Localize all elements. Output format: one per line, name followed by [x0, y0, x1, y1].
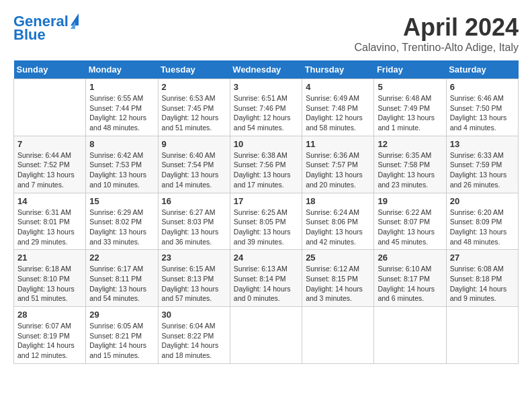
- calendar-cell: [446, 307, 518, 364]
- cell-info: Sunrise: 6:46 AM Sunset: 7:50 PM Dayligh…: [450, 93, 515, 133]
- cell-info: Sunrise: 6:51 AM Sunset: 7:46 PM Dayligh…: [234, 93, 298, 133]
- calendar-table: SundayMondayTuesdayWednesdayThursdayFrid…: [13, 60, 519, 364]
- calendar-week-row: 21Sunrise: 6:18 AM Sunset: 8:10 PM Dayli…: [14, 250, 519, 307]
- day-number: 10: [234, 139, 298, 149]
- cell-info: Sunrise: 6:17 AM Sunset: 8:11 PM Dayligh…: [89, 264, 154, 304]
- calendar-week-row: 1Sunrise: 6:55 AM Sunset: 7:44 PM Daylig…: [14, 79, 519, 136]
- cell-info: Sunrise: 6:55 AM Sunset: 7:44 PM Dayligh…: [89, 93, 154, 133]
- page-header: General Blue April 2024 Calavino, Trenti…: [13, 13, 519, 54]
- header-monday: Monday: [86, 60, 158, 79]
- day-number: 14: [17, 196, 82, 206]
- cell-info: Sunrise: 6:27 AM Sunset: 8:03 PM Dayligh…: [162, 208, 226, 247]
- day-number: 6: [450, 82, 515, 92]
- calendar-cell: 21Sunrise: 6:18 AM Sunset: 8:10 PM Dayli…: [14, 250, 86, 307]
- cell-info: Sunrise: 6:24 AM Sunset: 8:06 PM Dayligh…: [306, 208, 370, 247]
- calendar-cell: 19Sunrise: 6:22 AM Sunset: 8:07 PM Dayli…: [374, 193, 446, 250]
- calendar-cell: 10Sunrise: 6:38 AM Sunset: 7:56 PM Dayli…: [230, 136, 302, 193]
- calendar-cell: 23Sunrise: 6:15 AM Sunset: 8:13 PM Dayli…: [158, 250, 230, 307]
- calendar-cell: [374, 307, 446, 364]
- day-number: 3: [234, 82, 298, 92]
- calendar-cell: 15Sunrise: 6:29 AM Sunset: 8:02 PM Dayli…: [86, 193, 158, 250]
- header-tuesday: Tuesday: [158, 60, 230, 79]
- calendar-header-row: SundayMondayTuesdayWednesdayThursdayFrid…: [14, 60, 519, 79]
- cell-info: Sunrise: 6:18 AM Sunset: 8:10 PM Dayligh…: [17, 264, 82, 304]
- calendar-cell: 7Sunrise: 6:44 AM Sunset: 7:52 PM Daylig…: [14, 136, 86, 193]
- header-sunday: Sunday: [14, 60, 86, 79]
- cell-info: Sunrise: 6:20 AM Sunset: 8:09 PM Dayligh…: [450, 208, 515, 247]
- cell-info: Sunrise: 6:49 AM Sunset: 7:48 PM Dayligh…: [306, 93, 370, 133]
- cell-info: Sunrise: 6:36 AM Sunset: 7:57 PM Dayligh…: [306, 150, 370, 190]
- calendar-week-row: 28Sunrise: 6:07 AM Sunset: 8:19 PM Dayli…: [14, 307, 519, 364]
- calendar-cell: 4Sunrise: 6:49 AM Sunset: 7:48 PM Daylig…: [302, 79, 374, 136]
- cell-info: Sunrise: 6:04 AM Sunset: 8:22 PM Dayligh…: [162, 321, 226, 361]
- cell-info: Sunrise: 6:07 AM Sunset: 8:19 PM Dayligh…: [17, 321, 82, 361]
- day-number: 21: [17, 253, 82, 263]
- day-number: 30: [162, 310, 226, 320]
- calendar-cell: 12Sunrise: 6:35 AM Sunset: 7:58 PM Dayli…: [374, 136, 446, 193]
- calendar-cell: 30Sunrise: 6:04 AM Sunset: 8:22 PM Dayli…: [158, 307, 230, 364]
- day-number: 8: [89, 139, 154, 149]
- calendar-cell: 29Sunrise: 6:05 AM Sunset: 8:21 PM Dayli…: [86, 307, 158, 364]
- calendar-cell: 9Sunrise: 6:40 AM Sunset: 7:54 PM Daylig…: [158, 136, 230, 193]
- header-wednesday: Wednesday: [230, 60, 302, 79]
- calendar-cell: 25Sunrise: 6:12 AM Sunset: 8:15 PM Dayli…: [302, 250, 374, 307]
- cell-info: Sunrise: 6:40 AM Sunset: 7:54 PM Dayligh…: [162, 150, 226, 190]
- main-title: April 2024: [354, 13, 519, 42]
- cell-info: Sunrise: 6:15 AM Sunset: 8:13 PM Dayligh…: [162, 264, 226, 304]
- cell-info: Sunrise: 6:22 AM Sunset: 8:07 PM Dayligh…: [378, 208, 442, 247]
- logo: General Blue: [13, 13, 79, 43]
- calendar-cell: 6Sunrise: 6:46 AM Sunset: 7:50 PM Daylig…: [446, 79, 518, 136]
- day-number: 25: [306, 253, 370, 263]
- calendar-cell: 26Sunrise: 6:10 AM Sunset: 8:17 PM Dayli…: [374, 250, 446, 307]
- cell-info: Sunrise: 6:33 AM Sunset: 7:59 PM Dayligh…: [450, 150, 515, 190]
- cell-info: Sunrise: 6:25 AM Sunset: 8:05 PM Dayligh…: [234, 208, 298, 247]
- calendar-cell: 3Sunrise: 6:51 AM Sunset: 7:46 PM Daylig…: [230, 79, 302, 136]
- header-saturday: Saturday: [446, 60, 518, 79]
- title-block: April 2024 Calavino, Trentino-Alto Adige…: [354, 13, 519, 54]
- calendar-week-row: 7Sunrise: 6:44 AM Sunset: 7:52 PM Daylig…: [14, 136, 519, 193]
- day-number: 13: [450, 139, 515, 149]
- header-thursday: Thursday: [302, 60, 374, 79]
- calendar-cell: 20Sunrise: 6:20 AM Sunset: 8:09 PM Dayli…: [446, 193, 518, 250]
- cell-info: Sunrise: 6:38 AM Sunset: 7:56 PM Dayligh…: [234, 150, 298, 190]
- cell-info: Sunrise: 6:53 AM Sunset: 7:45 PM Dayligh…: [162, 93, 226, 133]
- day-number: 18: [306, 196, 370, 206]
- day-number: 17: [234, 196, 298, 206]
- day-number: 7: [17, 139, 82, 149]
- calendar-cell: 14Sunrise: 6:31 AM Sunset: 8:01 PM Dayli…: [14, 193, 86, 250]
- day-number: 23: [162, 253, 226, 263]
- day-number: 5: [378, 82, 442, 92]
- calendar-cell: 22Sunrise: 6:17 AM Sunset: 8:11 PM Dayli…: [86, 250, 158, 307]
- cell-info: Sunrise: 6:29 AM Sunset: 8:02 PM Dayligh…: [89, 208, 154, 247]
- day-number: 27: [450, 253, 515, 263]
- day-number: 9: [162, 139, 226, 149]
- cell-info: Sunrise: 6:35 AM Sunset: 7:58 PM Dayligh…: [378, 150, 442, 190]
- day-number: 19: [378, 196, 442, 206]
- logo-text-blue: Blue: [13, 27, 46, 43]
- calendar-cell: 13Sunrise: 6:33 AM Sunset: 7:59 PM Dayli…: [446, 136, 518, 193]
- day-number: 4: [306, 82, 370, 92]
- day-number: 22: [89, 253, 154, 263]
- cell-info: Sunrise: 6:12 AM Sunset: 8:15 PM Dayligh…: [306, 264, 370, 304]
- calendar-cell: 2Sunrise: 6:53 AM Sunset: 7:45 PM Daylig…: [158, 79, 230, 136]
- day-number: 11: [306, 139, 370, 149]
- day-number: 12: [378, 139, 442, 149]
- cell-info: Sunrise: 6:31 AM Sunset: 8:01 PM Dayligh…: [17, 208, 82, 247]
- calendar-cell: 16Sunrise: 6:27 AM Sunset: 8:03 PM Dayli…: [158, 193, 230, 250]
- cell-info: Sunrise: 6:10 AM Sunset: 8:17 PM Dayligh…: [378, 264, 442, 304]
- calendar-cell: 17Sunrise: 6:25 AM Sunset: 8:05 PM Dayli…: [230, 193, 302, 250]
- calendar-cell: 27Sunrise: 6:08 AM Sunset: 8:18 PM Dayli…: [446, 250, 518, 307]
- calendar-cell: 28Sunrise: 6:07 AM Sunset: 8:19 PM Dayli…: [14, 307, 86, 364]
- calendar-cell: 1Sunrise: 6:55 AM Sunset: 7:44 PM Daylig…: [86, 79, 158, 136]
- calendar-cell: [14, 79, 86, 136]
- day-number: 26: [378, 253, 442, 263]
- cell-info: Sunrise: 6:44 AM Sunset: 7:52 PM Dayligh…: [17, 150, 82, 190]
- cell-info: Sunrise: 6:42 AM Sunset: 7:53 PM Dayligh…: [89, 150, 154, 190]
- day-number: 15: [89, 196, 154, 206]
- day-number: 2: [162, 82, 226, 92]
- calendar-cell: [302, 307, 374, 364]
- cell-info: Sunrise: 6:48 AM Sunset: 7:49 PM Dayligh…: [378, 93, 442, 133]
- day-number: 29: [89, 310, 154, 320]
- cell-info: Sunrise: 6:05 AM Sunset: 8:21 PM Dayligh…: [89, 321, 154, 361]
- day-number: 24: [234, 253, 298, 263]
